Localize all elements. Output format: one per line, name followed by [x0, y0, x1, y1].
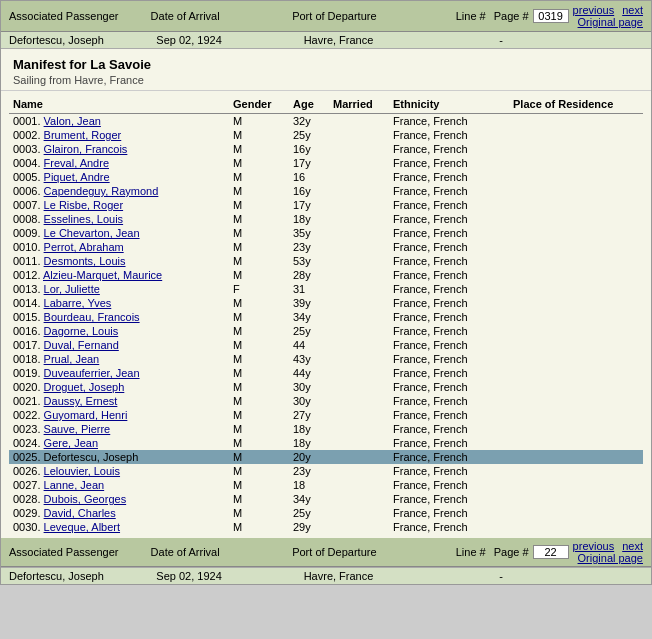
- cell-gender: M: [229, 212, 289, 226]
- cell-age: 27y: [289, 408, 329, 422]
- cell-married: [329, 268, 389, 282]
- passenger-name-link[interactable]: Duval, Fernand: [44, 339, 119, 351]
- cell-married: [329, 240, 389, 254]
- passenger-name-link[interactable]: Lelouvier, Louis: [44, 465, 120, 477]
- cell-ethnicity: France, French: [389, 394, 509, 408]
- passenger-name-link[interactable]: Freval, Andre: [44, 157, 109, 169]
- header-col2-label: Date of Arrival: [147, 9, 289, 23]
- cell-name: 0018. Prual, Jean: [9, 352, 229, 366]
- passenger-name-link[interactable]: Guyomard, Henri: [44, 409, 128, 421]
- header-previous-link[interactable]: previous: [573, 4, 615, 16]
- cell-gender: M: [229, 492, 289, 506]
- passenger-name-link[interactable]: Alzieu-Marquet, Maurice: [43, 269, 162, 281]
- cell-age: 44y: [289, 366, 329, 380]
- cell-married: [329, 142, 389, 156]
- top-data-port: Havre, France: [300, 34, 447, 46]
- cell-ethnicity: France, French: [389, 338, 509, 352]
- passenger-name-link[interactable]: David, Charles: [44, 507, 116, 519]
- cell-married: [329, 254, 389, 268]
- row-number: 0018.: [13, 353, 44, 365]
- passenger-name-link[interactable]: Sauve, Pierre: [44, 423, 111, 435]
- passenger-name-link[interactable]: Le Risbe, Roger: [44, 199, 124, 211]
- table-container: Name Gender Age Married Ethnicity Place …: [1, 91, 651, 538]
- footer-nav-row: previous next: [573, 540, 643, 552]
- passenger-name-link[interactable]: Dagorne, Louis: [44, 325, 119, 337]
- row-number: 0001.: [13, 115, 44, 127]
- cell-name: 0013. Lor, Juliette: [9, 282, 229, 296]
- footer-original-page-link[interactable]: Original page: [578, 552, 643, 564]
- passenger-name-link[interactable]: Lor, Juliette: [44, 283, 100, 295]
- cell-ethnicity: France, French: [389, 170, 509, 184]
- row-number: 0030.: [13, 521, 44, 533]
- passenger-name-link[interactable]: Lanne, Jean: [44, 479, 105, 491]
- manifest-subtitle: Sailing from Havre, France: [13, 74, 639, 86]
- passenger-name-link[interactable]: Duveauferrier, Jean: [44, 367, 140, 379]
- cell-residence: [509, 450, 643, 464]
- manifest-title: Manifest for La Savoie: [13, 57, 639, 72]
- table-row: 0010. Perrot, AbrahamM23yFrance, French: [9, 240, 643, 254]
- cell-married: [329, 114, 389, 129]
- cell-gender: M: [229, 338, 289, 352]
- row-number: 0009.: [13, 227, 44, 239]
- cell-gender: M: [229, 464, 289, 478]
- cell-ethnicity: France, French: [389, 450, 509, 464]
- passenger-name-link[interactable]: Brument, Roger: [44, 129, 122, 141]
- passenger-name-link[interactable]: Droguet, Joseph: [44, 381, 125, 393]
- cell-gender: M: [229, 478, 289, 492]
- top-data-date: Sep 02, 1924: [152, 34, 299, 46]
- cell-gender: M: [229, 240, 289, 254]
- passenger-name-link[interactable]: Le Chevarton, Jean: [44, 227, 140, 239]
- cell-ethnicity: France, French: [389, 422, 509, 436]
- cell-name: 0012. Alzieu-Marquet, Maurice: [9, 268, 229, 282]
- col-age-header: Age: [289, 95, 329, 114]
- cell-gender: M: [229, 436, 289, 450]
- cell-residence: [509, 114, 643, 129]
- cell-residence: [509, 198, 643, 212]
- cell-residence: [509, 408, 643, 422]
- cell-married: [329, 520, 389, 534]
- passenger-name-link[interactable]: Daussy, Ernest: [44, 395, 118, 407]
- row-number: 0020.: [13, 381, 44, 393]
- header-original-page-link[interactable]: Original page: [578, 16, 643, 28]
- table-row: 0014. Labarre, YvesM39yFrance, French: [9, 296, 643, 310]
- row-number: 0005.: [13, 171, 44, 183]
- cell-age: 30y: [289, 394, 329, 408]
- passenger-name-link[interactable]: Bourdeau, Francois: [44, 311, 140, 323]
- passenger-name-link[interactable]: Piquet, Andre: [44, 171, 110, 183]
- passenger-name-link[interactable]: Prual, Jean: [44, 353, 100, 365]
- cell-name: 0009. Le Chevarton, Jean: [9, 226, 229, 240]
- footer-col4-label: Line #: [430, 546, 490, 558]
- cell-name: 0006. Capendeguy, Raymond: [9, 184, 229, 198]
- cell-married: [329, 422, 389, 436]
- passenger-name-link[interactable]: Esselines, Louis: [44, 213, 124, 225]
- passenger-name-link[interactable]: Desmonts, Louis: [44, 255, 126, 267]
- row-number: 0027.: [13, 479, 44, 491]
- passenger-name-link[interactable]: Perrot, Abraham: [44, 241, 124, 253]
- cell-name: 0025. Defortescu, Joseph: [9, 450, 229, 464]
- cell-residence: [509, 338, 643, 352]
- cell-name: 0001. Valon, Jean: [9, 114, 229, 129]
- passenger-name-link[interactable]: Capendeguy, Raymond: [44, 185, 159, 197]
- cell-residence: [509, 464, 643, 478]
- footer-previous-link[interactable]: previous: [573, 540, 615, 552]
- passenger-name-link[interactable]: Labarre, Yves: [44, 297, 112, 309]
- cell-residence: [509, 156, 643, 170]
- cell-gender: M: [229, 352, 289, 366]
- passenger-name-link[interactable]: Gere, Jean: [44, 437, 98, 449]
- cell-age: 17y: [289, 156, 329, 170]
- passenger-name-link[interactable]: Glairon, Francois: [44, 143, 128, 155]
- row-number: 0021.: [13, 395, 44, 407]
- cell-name: 0014. Labarre, Yves: [9, 296, 229, 310]
- manifest-section: Manifest for La Savoie Sailing from Havr…: [1, 49, 651, 91]
- table-row: 0004. Freval, AndreM17yFrance, French: [9, 156, 643, 170]
- passenger-name-link[interactable]: Leveque, Albert: [44, 521, 120, 533]
- cell-age: 32y: [289, 114, 329, 129]
- header-next-link[interactable]: next: [622, 4, 643, 16]
- cell-married: [329, 394, 389, 408]
- cell-ethnicity: France, French: [389, 520, 509, 534]
- footer-next-link[interactable]: next: [622, 540, 643, 552]
- top-header-bar: Associated Passenger Date of Arrival Por…: [1, 1, 651, 32]
- cell-ethnicity: France, French: [389, 128, 509, 142]
- passenger-name-link[interactable]: Dubois, Georges: [44, 493, 127, 505]
- passenger-name-link[interactable]: Valon, Jean: [44, 115, 101, 127]
